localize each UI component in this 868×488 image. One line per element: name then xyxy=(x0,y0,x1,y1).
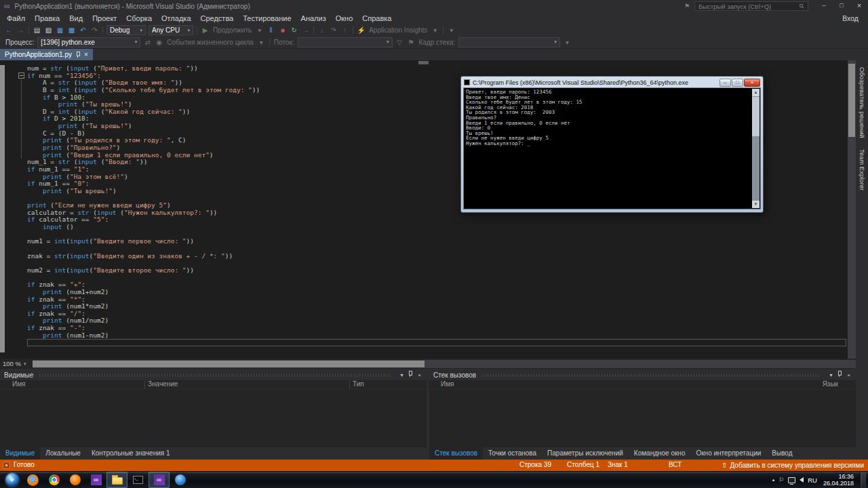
add-to-source-control-button[interactable]: ⇧ Добавить в систему управления версиями xyxy=(722,460,864,471)
console-minimize-button[interactable]: – xyxy=(719,79,731,87)
code-line[interactable]: print (num1-num2) xyxy=(5,332,848,340)
callstack-panel-body[interactable] xyxy=(429,390,856,447)
browser-icon[interactable] xyxy=(64,472,85,488)
visual-studio-icon[interactable] xyxy=(85,472,106,488)
zoom-control[interactable]: 100 % ▾ xyxy=(0,360,33,367)
language-indicator[interactable]: RU xyxy=(808,476,817,484)
column-separator[interactable] xyxy=(144,381,145,389)
restart-icon[interactable]: ↻ xyxy=(288,26,300,34)
lifecycle-dropdown-icon[interactable]: ▾ xyxy=(256,39,267,46)
tab-pythonapplication1-py[interactable]: PythonApplication1.py × xyxy=(0,49,93,60)
console-app-taskbar-icon[interactable] xyxy=(127,472,149,488)
scroll-down-icon[interactable]: ▼ xyxy=(752,201,760,208)
column-header-value[interactable]: Значение xyxy=(148,380,178,388)
insights-dropdown-icon[interactable]: ▾ xyxy=(429,26,441,34)
column-separator[interactable] xyxy=(349,381,350,389)
tab-command-window[interactable]: Командное окно xyxy=(629,447,691,460)
callstack-window-position-icon[interactable]: ▾ xyxy=(827,371,835,380)
feedback-icon[interactable]: ⚑ xyxy=(684,3,690,9)
nav-forward-icon[interactable]: → xyxy=(15,26,26,34)
tab-exception-settings[interactable]: Параметры исключений xyxy=(542,447,629,460)
console-maximize-button[interactable]: □ xyxy=(732,79,743,87)
nav-back-icon[interactable]: ← xyxy=(3,26,15,34)
console-window[interactable]: C:\Program Files (x86)\Microsoft Visual … xyxy=(460,76,764,213)
scrollbar-thumb[interactable] xyxy=(848,64,855,137)
platform-combo[interactable]: Any CPU▾ xyxy=(149,25,193,35)
toolbar-overflow-icon[interactable]: ▾ xyxy=(446,26,457,34)
chrome-icon[interactable] xyxy=(43,472,64,488)
continue-label[interactable]: Продолжить xyxy=(211,26,254,34)
tab-autos[interactable]: Видимые xyxy=(0,447,40,460)
code-line[interactable]: print (num1*num2) xyxy=(5,303,848,310)
autos-panel-body[interactable] xyxy=(0,390,427,447)
filter-icon[interactable]: ▽ xyxy=(394,39,406,46)
process-combo[interactable]: [1396] python.exe▾ xyxy=(37,37,140,47)
redo-icon[interactable]: ↷ xyxy=(89,26,100,34)
code-line[interactable] xyxy=(5,274,848,282)
side-tab-solution-expler[interactable]: Обозреватель решений xyxy=(859,67,866,138)
caret-line[interactable] xyxy=(5,339,848,346)
thread-combo[interactable]: ▾ xyxy=(298,37,393,47)
code-line[interactable]: input () xyxy=(5,224,848,231)
autos-pin-icon[interactable] xyxy=(406,370,415,380)
show-hidden-icons-button[interactable]: ▴ xyxy=(772,477,775,483)
menu-item-help[interactable]: Справка xyxy=(357,12,396,24)
process-switch-icon[interactable]: ⇄ xyxy=(142,39,153,46)
callstack-close-icon[interactable]: × xyxy=(844,371,853,380)
menu-item-edit[interactable]: Правка xyxy=(30,12,64,24)
fold-collapse-icon[interactable]: − xyxy=(18,73,24,79)
app-icon[interactable] xyxy=(170,472,191,488)
lifecycle-icon[interactable]: ◉ xyxy=(153,39,165,46)
menu-item-tools[interactable]: Средства xyxy=(196,12,239,24)
save-all-icon[interactable]: ▩ xyxy=(66,26,77,34)
debugbar-overflow-icon[interactable]: ▾ xyxy=(561,39,573,46)
continue-icon[interactable]: ▶ xyxy=(199,26,211,34)
step-over-icon[interactable]: ↷ xyxy=(328,26,339,34)
background-tasks-icon[interactable] xyxy=(3,462,10,469)
stop-icon[interactable]: ■ xyxy=(277,26,288,34)
lifecycle-events-label[interactable]: События жизненного цикла xyxy=(165,39,256,46)
continue-dropdown-icon[interactable]: ▾ xyxy=(254,26,265,34)
title-bar[interactable]: ∞ PythonApplication1 (выполняется) - Mic… xyxy=(0,0,868,12)
close-button[interactable]: × xyxy=(850,0,868,12)
open-file-icon[interactable]: ▧ xyxy=(43,26,54,34)
tab-output[interactable]: Вывод xyxy=(766,447,797,460)
configuration-combo[interactable]: Debug▾ xyxy=(106,25,146,35)
start-button[interactable] xyxy=(1,472,22,488)
console-title-bar[interactable]: C:\Program Files (x86)\Microsoft Visual … xyxy=(463,77,761,87)
scrollbar-thumb[interactable] xyxy=(752,97,760,136)
network-icon[interactable] xyxy=(788,477,795,483)
code-line[interactable]: if znak == "-": xyxy=(5,325,848,332)
pause-icon[interactable]: ‖ xyxy=(265,26,277,34)
volume-icon[interactable] xyxy=(800,477,804,483)
explorer-icon[interactable] xyxy=(106,472,127,488)
maximize-button[interactable]: □ xyxy=(833,0,850,12)
code-line[interactable]: num = str (input ("Привет, введи пароль:… xyxy=(5,65,848,73)
console-text[interactable]: Привет, введи пароль: 123456Введи твое и… xyxy=(466,89,751,207)
flag-marker-icon[interactable]: ⚑ xyxy=(406,39,417,46)
column-header-name[interactable]: Имя xyxy=(441,380,454,388)
scrollbar-thumb[interactable] xyxy=(33,361,425,367)
menu-item-project[interactable]: Проект xyxy=(87,12,121,24)
console-close-button[interactable]: × xyxy=(744,79,760,87)
new-file-icon[interactable]: ▤ xyxy=(31,26,43,34)
quick-launch-search[interactable]: Быстрый запуск (Ctrl+Q) ⚲ xyxy=(694,1,808,11)
visual-studio-running-icon[interactable] xyxy=(149,472,170,488)
scroll-up-icon[interactable]: ▲ xyxy=(752,89,760,96)
autos-window-position-icon[interactable]: ▾ xyxy=(397,371,406,380)
clock[interactable]: 16:36 26.04.2018 xyxy=(823,473,854,487)
sign-in-button[interactable]: Вход xyxy=(842,14,868,22)
column-header-language[interactable]: Язык xyxy=(823,380,838,388)
menu-item-analyze[interactable]: Анализ xyxy=(296,12,331,24)
application-insights-label[interactable]: Application Insights xyxy=(367,26,429,34)
column-header-name[interactable]: Имя xyxy=(12,380,25,388)
next-statement-icon[interactable]: → xyxy=(300,26,311,34)
callstack-pin-icon[interactable] xyxy=(835,370,844,380)
action-center-flag-icon[interactable]: ⚐ xyxy=(778,476,784,483)
menu-item-build[interactable]: Сборка xyxy=(121,12,157,24)
code-line[interactable]: num2 = int(input("Введите второе число: … xyxy=(5,267,848,274)
close-tab-icon[interactable]: × xyxy=(84,52,88,58)
editor-vertical-scrollbar[interactable] xyxy=(848,60,856,359)
code-line[interactable]: if znak == "/": xyxy=(5,310,848,318)
code-line[interactable]: print (num1+num2) xyxy=(5,289,848,296)
